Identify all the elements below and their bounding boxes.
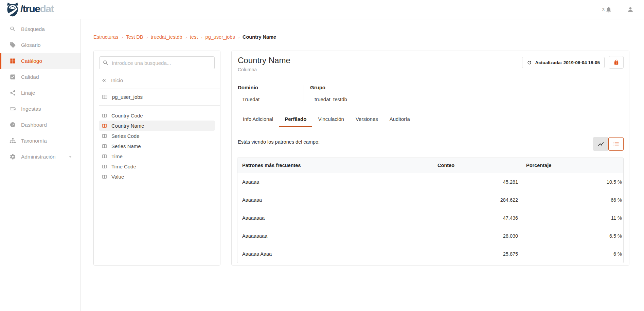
sidebar-item-administracion[interactable]: Administración [0, 149, 80, 165]
topbar-actions: 3 [602, 6, 634, 13]
list-view-button[interactable] [608, 137, 624, 151]
table-row: Aaaaaaaa47,43611 % [237, 209, 623, 227]
percentage-cell: 6 % [519, 245, 623, 263]
lock-button[interactable] [609, 56, 624, 69]
sidebar-item-label: Dashboard [21, 122, 47, 128]
user-icon[interactable] [627, 6, 634, 13]
breadcrumb-link-truedat_testdb[interactable]: truedat_testdb [151, 34, 182, 40]
tree-item-series-name[interactable]: Series Name [99, 141, 215, 151]
tab-vinculación[interactable]: Vinculación [312, 116, 350, 127]
structure-tree-panel: Inicio pg_user_jobs Country CodeCountry … [93, 51, 220, 266]
count-cell: 45,281 [373, 173, 519, 191]
profiling-caption: Estás viendo los patrones del campo: [238, 137, 320, 145]
sitemap-icon [10, 138, 16, 144]
group-info: Grupo truedat_testdb [304, 85, 347, 103]
count-cell: 25,875 [373, 245, 519, 263]
divider [99, 105, 220, 106]
table-header-porcentaje: Porcentaje [519, 158, 623, 173]
pattern-cell: Aaaaaa [237, 173, 373, 191]
tree-item-label: Series Code [111, 133, 140, 139]
sidebar-item-glosario[interactable]: Glosario [0, 37, 80, 53]
tree-item-series-code[interactable]: Series Code [99, 131, 215, 141]
tag-icon [10, 42, 16, 48]
sidebar-item-dashboard[interactable]: Dashboard [0, 117, 80, 133]
sidebar-item-catalogo[interactable]: Catálogo [0, 53, 80, 69]
count-cell: 28,030 [373, 227, 519, 245]
column-icon [102, 164, 107, 169]
chevrons-left-icon [101, 78, 107, 83]
tree-item-country-code[interactable]: Country Code [99, 110, 215, 121]
table-row: Aaaaaa45,28110.5 % [237, 173, 623, 191]
tab-perfilado[interactable]: Perfilado [279, 116, 312, 127]
updated-label: Actualizada: 2019-06-04 18:05 [535, 60, 600, 65]
grid-icon [10, 58, 16, 64]
tree-item-country-name[interactable]: Country Name [99, 121, 215, 131]
tree-item-value[interactable]: Value [99, 171, 215, 182]
chevron-down-icon [68, 154, 73, 160]
tab-info-adicional[interactable]: Info Adicional [237, 116, 279, 127]
pattern-cell: Aaaaaaa [237, 191, 373, 209]
sidebar-item-ingestas[interactable]: Ingestas [0, 101, 80, 117]
tab-versiones[interactable]: Versiones [350, 116, 384, 127]
notifications-button[interactable]: 3 [602, 6, 612, 13]
column-list: Country CodeCountry NameSeries CodeSerie… [99, 110, 215, 182]
percentage-cell: 11 % [519, 209, 623, 227]
gauge-icon [10, 122, 16, 128]
sidebar-item-label: Glosario [21, 42, 41, 48]
refresh-updated-button[interactable]: Actualizada: 2019-06-04 18:05 [522, 57, 605, 68]
breadcrumb-link-estructuras[interactable]: Estructuras [93, 34, 118, 40]
count-cell: 47,436 [373, 209, 519, 227]
lock-icon [613, 59, 619, 65]
table-row: Aaaaaaa284,62266 % [237, 191, 623, 209]
tree-item-label: Country Name [111, 123, 144, 129]
group-value: truedat_testdb [310, 96, 347, 103]
sidebar-item-label: Linaje [21, 90, 35, 96]
patterns-table: Patrones más frecuentesConteoPorcentaje … [237, 158, 624, 263]
tab-auditoría[interactable]: Auditoría [384, 116, 416, 127]
percentage-cell: 10.5 % [519, 173, 623, 191]
tree-parent-pg-user-jobs[interactable]: pg_user_jobs [102, 94, 215, 100]
sidebar-item-label: Administración [21, 154, 56, 160]
group-label: Grupo [310, 85, 347, 91]
search-icon [10, 26, 16, 32]
column-icon [102, 133, 107, 139]
breadcrumb: Estructuras›Test DB›truedat_testdb›test›… [93, 34, 644, 40]
share-icon [10, 90, 16, 96]
table-header-patrones-más-frecuentes: Patrones más frecuentes [237, 158, 373, 173]
tree-parent-label: pg_user_jobs [112, 94, 143, 100]
breadcrumb-separator: › [146, 35, 147, 40]
sidebar-item-busqueda[interactable]: Búsqueda [0, 21, 80, 37]
truedat-logo[interactable]: /truedat [6, 2, 54, 17]
sidebar-item-label: Taxonomía [21, 138, 47, 144]
sidebar-item-calidad[interactable]: Calidad [0, 69, 80, 85]
back-label: Inicio [111, 77, 123, 83]
page-title: Country Name [238, 55, 290, 66]
back-to-home-link[interactable]: Inicio [101, 77, 215, 83]
logo-wordmark: /truedat [20, 4, 54, 16]
info-section: Dominio Truedat Grupo truedat_testdb [237, 85, 624, 103]
breadcrumb-link-test-db[interactable]: Test DB [126, 34, 143, 40]
domain-value: Truedat [238, 96, 304, 103]
tree-search-input[interactable] [99, 56, 215, 69]
tree-item-label: Time Code [111, 164, 136, 169]
breadcrumb-separator: › [238, 35, 239, 40]
tree-item-time-code[interactable]: Time Code [99, 161, 215, 171]
tree-item-label: Country Code [111, 113, 143, 118]
sidebar-item-linaje[interactable]: Linaje [0, 85, 80, 101]
breadcrumb-link-pg_user_jobs[interactable]: pg_user_jobs [205, 34, 235, 40]
search-icon [103, 60, 109, 66]
bell-icon [605, 6, 612, 13]
main-content: Estructuras›Test DB›truedat_testdb›test›… [81, 19, 644, 311]
sidebar-item-label: Catálogo [21, 58, 42, 64]
pattern-cell: Aaaaaaaa [237, 209, 373, 227]
tree-item-time[interactable]: Time [99, 151, 215, 161]
view-toggle [593, 137, 624, 151]
chart-view-button[interactable] [593, 137, 608, 151]
breadcrumb-link-test[interactable]: test [190, 34, 198, 40]
pattern-cell: Aaaaaa Aaaa [237, 245, 373, 263]
sidebar-item-taxonomia[interactable]: Taxonomía [0, 133, 80, 149]
pattern-cell: Aaaaaaaaa [237, 227, 373, 245]
detail-tabs: Info AdicionalPerfiladoVinculaciónVersio… [237, 116, 624, 127]
line-chart-icon [597, 141, 604, 147]
top-bar: /truedat 3 [0, 0, 644, 19]
